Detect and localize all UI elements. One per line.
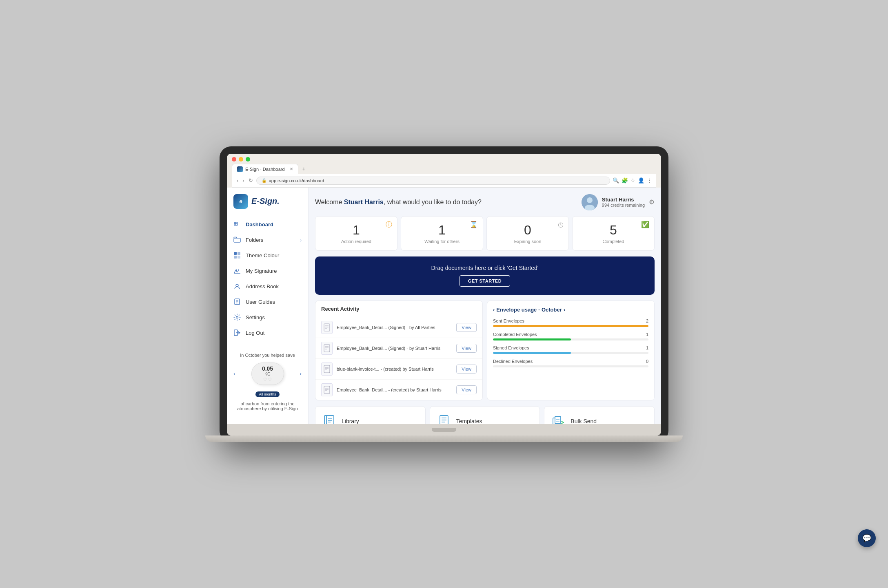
view-button-3[interactable]: View [456, 385, 477, 394]
view-button-1[interactable]: View [456, 344, 477, 353]
doc-icon-3 [321, 383, 333, 396]
extensions-icon[interactable]: 🧩 [622, 177, 628, 183]
app-layout: e E-Sign. ⊞ Dashboard Folders › [227, 188, 661, 424]
user-info-area: Stuart Harris 994 credits remaining ⚙ [582, 194, 655, 210]
carbon-months-badge[interactable]: All months [233, 390, 302, 399]
completed-bar [493, 338, 571, 340]
header-settings-icon[interactable]: ⚙ [649, 198, 655, 206]
shortcuts-row: Library Templates Bulk Send [315, 406, 655, 424]
shortcut-library[interactable]: Library [315, 406, 426, 424]
address-bar[interactable]: 🔒 app.e-sign.co.uk/dashboard [256, 177, 610, 185]
address-bar-row: ‹ › ↻ 🔒 app.e-sign.co.uk/dashboard 🔍 🧩 ☆… [232, 174, 656, 188]
stat-card-action-required[interactable]: ⓘ 1 Action required [315, 216, 397, 251]
logo-icon: e [233, 194, 248, 209]
nav-item-folders[interactable]: Folders › [227, 232, 308, 248]
envelope-usage-card: ‹ Envelope usage - October › Sent Envelo… [487, 301, 655, 400]
svg-rect-17 [326, 416, 334, 424]
carbon-badge-label: All months [255, 391, 279, 397]
address-book-icon [233, 283, 242, 291]
address-text: app.e-sign.co.uk/dashboard [269, 178, 324, 183]
laptop-base [205, 435, 683, 442]
bookmark-icon[interactable]: ☆ [630, 177, 635, 183]
stat-card-expiring[interactable]: ◷ 0 Expiring soon [486, 216, 569, 251]
user-credits-display: 994 credits remaining [602, 203, 645, 208]
forward-button[interactable]: › [242, 177, 245, 183]
profile-icon[interactable]: 👤 [638, 177, 644, 183]
nav-item-theme[interactable]: Theme Colour [227, 248, 308, 263]
nav-item-user-guides[interactable]: User Guides [227, 294, 308, 310]
stat-label-expiring: Expiring soon [514, 239, 542, 244]
settings-nav-icon [233, 314, 242, 322]
welcome-prefix: Welcome [315, 199, 344, 206]
usage-next-btn[interactable]: › [564, 307, 565, 313]
sidebar: e E-Sign. ⊞ Dashboard Folders › [227, 188, 309, 424]
zoom-icon[interactable]: 🔍 [613, 177, 619, 183]
shortcut-templates[interactable]: Templates [430, 406, 540, 424]
carbon-outro-text: of carbon from entering the atmosphere b… [233, 401, 302, 411]
usage-label-declined: Declined Envelopes 0 [493, 359, 648, 364]
lock-icon: 🔒 [262, 178, 266, 183]
signed-bar-bg [493, 352, 648, 354]
stat-label-completed: Completed [602, 239, 624, 244]
svg-rect-3 [234, 256, 237, 259]
user-guides-icon [233, 298, 242, 306]
nav-label-dashboard: Dashboard [246, 221, 273, 228]
logo-text: E-Sign. [251, 197, 280, 206]
nav-item-logout[interactable]: Log Out [227, 325, 308, 341]
nav-label-signature: My Signature [246, 268, 277, 274]
tl-maximize[interactable] [246, 157, 250, 161]
menu-icon[interactable]: ⋮ [647, 177, 652, 183]
recent-activity-card: Recent Activity Employee_Bank_Detail... … [315, 301, 483, 400]
carbon-next-button[interactable]: › [300, 370, 302, 377]
shortcut-bulk-send[interactable]: Bulk Send [544, 406, 655, 424]
activity-desc-0: Employee_Bank_Detail... (Signed) - by Al… [337, 325, 452, 330]
stat-card-completed[interactable]: ✅ 5 Completed [572, 216, 655, 251]
stat-number-action: 1 [353, 223, 360, 237]
laptop-frame: E-Sign - Dashboard ✕ + ‹ › ↻ 🔒 app.e-sig… [220, 146, 668, 442]
welcome-suffix: , what would you like to do today? [384, 199, 482, 206]
nav-label-address-book: Address Book [246, 283, 279, 290]
doc-icon-1 [321, 342, 333, 355]
tl-minimize[interactable] [239, 157, 243, 161]
stat-card-waiting[interactable]: ⌛ 1 Waiting for others [401, 216, 483, 251]
nav-item-settings[interactable]: Settings [227, 310, 308, 325]
banner-text: Drag documents here or click 'Get Starte… [323, 265, 646, 271]
stat-number-expiring: 0 [524, 223, 531, 237]
svg-rect-12 [324, 324, 330, 331]
activity-desc-2: blue-blank-invoice-t... - (created) by S… [337, 367, 452, 371]
folders-icon [233, 236, 242, 244]
chat-fab-button[interactable]: 💬 [858, 529, 876, 547]
activity-list: Employee_Bank_Detail... (Signed) - by Al… [315, 317, 482, 400]
usage-row-signed: Signed Envelopes 1 [493, 345, 648, 354]
svg-rect-2 [238, 252, 240, 255]
nav-item-dashboard[interactable]: ⊞ Dashboard [227, 217, 308, 232]
browser-tab-active[interactable]: E-Sign - Dashboard ✕ [232, 164, 298, 174]
usage-prev-btn[interactable]: ‹ [493, 307, 495, 313]
tl-close[interactable] [232, 157, 236, 161]
completed-env-label: Completed Envelopes [493, 332, 537, 337]
carbon-prev-button[interactable]: ‹ [233, 370, 235, 377]
back-button[interactable]: ‹ [236, 177, 239, 183]
carbon-cloud-display: 0.05 KG ♡ ♡ [251, 363, 284, 385]
declined-env-value: 0 [646, 359, 648, 364]
usage-label-sent: Sent Envelopes 2 [493, 318, 648, 323]
svg-point-5 [236, 284, 238, 287]
refresh-button[interactable]: ↻ [248, 177, 254, 183]
nav-item-signature[interactable]: My Signature [227, 263, 308, 279]
browser-actions: 🔍 🧩 ☆ 👤 ⋮ [613, 177, 652, 183]
activity-item-0: Employee_Bank_Detail... (Signed) - by Al… [315, 317, 482, 338]
tab-bar: E-Sign - Dashboard ✕ + [232, 164, 656, 174]
new-tab-button[interactable]: + [300, 166, 308, 172]
tab-close-button[interactable]: ✕ [290, 167, 293, 171]
tab-title: E-Sign - Dashboard [245, 167, 285, 172]
get-started-button[interactable]: GET STARTED [460, 275, 510, 287]
folders-arrow: › [300, 238, 302, 243]
view-button-2[interactable]: View [456, 365, 477, 374]
get-started-banner[interactable]: Drag documents here or click 'Get Starte… [315, 256, 655, 295]
nav-item-address-book[interactable]: Address Book [227, 279, 308, 294]
expiring-icon: ◷ [558, 221, 564, 228]
sent-bar-bg [493, 325, 648, 327]
library-icon [322, 414, 337, 424]
view-button-0[interactable]: View [456, 323, 477, 332]
tab-favicon-icon [237, 166, 243, 172]
